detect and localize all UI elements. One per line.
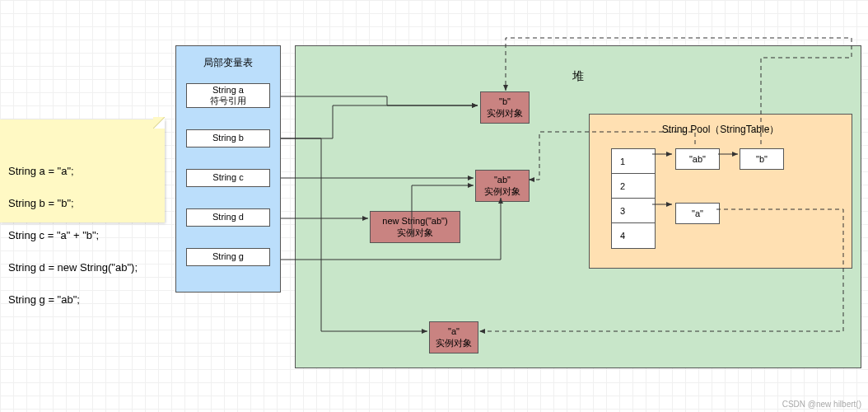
lvt-item-c: String c xyxy=(186,169,270,187)
lvt-item-b: String b xyxy=(186,129,270,147)
pool-cell-a: "a" xyxy=(675,203,720,224)
string-pool: String Pool（StringTable） 1 2 3 4 "ab" "a… xyxy=(589,114,852,269)
heap-obj-ab: "ab" 实例对象 xyxy=(475,170,530,202)
pool-row-4: 4 xyxy=(612,223,655,248)
lvt-item-g: String g xyxy=(186,248,270,266)
pool-hashtable: 1 2 3 4 xyxy=(611,148,656,249)
heap-obj-newstr: new String("ab") 实例对象 xyxy=(370,211,460,243)
heap-obj-a: "a" 实例对象 xyxy=(429,321,478,353)
pool-cell-ab: "ab" xyxy=(675,148,720,170)
lvt-title: 局部变量表 xyxy=(176,46,280,83)
watermark: CSDN @new hilbert() xyxy=(782,400,861,409)
pool-cell-b: "b" xyxy=(740,148,784,170)
code-line-5: String g = "ab"; xyxy=(8,293,80,306)
heap-obj-b: "b" 实例对象 xyxy=(480,91,530,124)
code-line-4: String d = new String("ab"); xyxy=(8,261,138,274)
note-corner-icon xyxy=(153,117,165,129)
code-line-3: String c = "a" + "b"; xyxy=(8,229,99,241)
code-line-1: String a = "a"; xyxy=(8,165,74,177)
heap-title: 堆 xyxy=(572,69,584,84)
pool-row-3: 3 xyxy=(612,199,655,223)
heap-panel: 堆 "b" 实例对象 "ab" 实例对象 new String("ab") 实例… xyxy=(295,45,861,368)
lvt-item-d: String d xyxy=(186,208,270,227)
pool-title: String Pool（StringTable） xyxy=(590,115,852,148)
pool-row-2: 2 xyxy=(612,174,655,199)
local-var-table: 局部变量表 String a 符号引用 String b String c St… xyxy=(175,45,281,293)
pool-row-1: 1 xyxy=(612,149,655,174)
code-note: String a = "a"; String b = "b"; String c… xyxy=(0,119,165,222)
lvt-item-a: String a 符号引用 xyxy=(186,83,270,108)
code-line-2: String b = "b"; xyxy=(8,197,74,209)
